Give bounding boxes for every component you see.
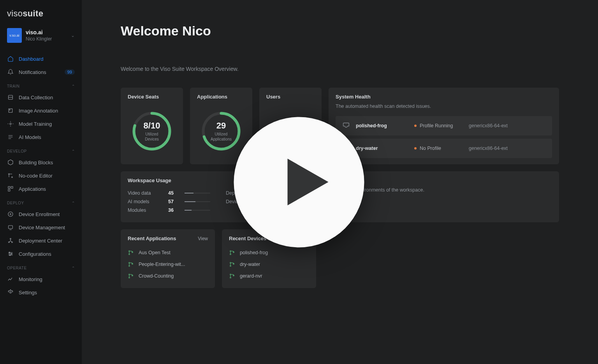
editor-icon	[7, 172, 14, 179]
status-dot-icon	[414, 147, 417, 149]
card-title: Recent Devices	[229, 236, 266, 241]
sidebar-item-device-management[interactable]: Device Management	[0, 221, 82, 234]
view-all-link[interactable]: View	[198, 236, 208, 241]
devices-icon	[7, 224, 14, 231]
page-title: Welcome Nico	[121, 23, 559, 39]
enrollment-icon	[7, 211, 14, 218]
health-ext: genericx86-64-ext	[469, 146, 546, 151]
svg-point-19	[10, 292, 11, 293]
card-system-health: System Health The automated health scan …	[329, 88, 559, 164]
section-heading-train[interactable]: TRAIN⌃	[0, 82, 82, 91]
svg-point-6	[12, 177, 13, 178]
card-title: Device Seats	[128, 94, 176, 100]
health-name: dry-water	[356, 146, 414, 151]
sidebar-item-deployment-center[interactable]: Deployment Center	[0, 234, 82, 247]
chevron-down-icon: ⌄	[71, 33, 75, 38]
branch-icon	[229, 273, 235, 279]
sidebar-item-notifications[interactable]: Notifications 99	[0, 65, 82, 79]
annotation-icon	[7, 107, 14, 114]
svg-rect-8	[11, 186, 13, 188]
monitoring-icon	[7, 276, 14, 283]
svg-point-25	[129, 254, 130, 255]
sidebar-item-settings[interactable]: Settings	[0, 286, 82, 299]
workspace-user: Nico Klingler	[26, 36, 67, 42]
svg-point-33	[230, 251, 231, 252]
sidebar: visosuite v.so.ai viso.ai Nico Klingler …	[0, 0, 82, 364]
branch-icon	[229, 261, 235, 267]
card-device-seats: Device Seats 8/10UtilizedDevices	[121, 88, 183, 164]
card-title: System Health	[336, 94, 552, 100]
svg-point-5	[9, 174, 10, 175]
workspace-avatar: v.so.ai	[7, 28, 22, 43]
svg-point-3	[9, 109, 10, 110]
list-item[interactable]: Aus Open Test	[128, 247, 208, 258]
svg-point-31	[129, 277, 130, 278]
svg-point-37	[230, 266, 231, 267]
card-title: Applications	[197, 94, 245, 100]
sidebar-item-dashboard[interactable]: Dashboard	[0, 52, 82, 65]
gear-icon	[7, 289, 14, 296]
chevron-up-icon: ⌃	[72, 201, 75, 205]
status-dot-icon	[414, 125, 417, 127]
sidebar-item-building-blocks[interactable]: Building Blocks	[0, 156, 82, 169]
chevron-up-icon: ⌃	[72, 84, 75, 88]
health-row[interactable]: dry-water No Profile genericx86-64-ext	[336, 139, 552, 158]
list-item[interactable]: gerard-nvr	[229, 270, 309, 282]
svg-point-40	[230, 277, 231, 278]
deployment-icon	[7, 237, 14, 244]
models-icon	[7, 134, 14, 141]
bell-icon	[7, 69, 14, 76]
sidebar-item-model-training[interactable]: Model Training	[0, 117, 82, 130]
svg-rect-2	[9, 109, 12, 112]
card-title: Users	[266, 94, 315, 100]
section-heading-operate[interactable]: OPERATE⌃	[0, 264, 82, 273]
list-item[interactable]: polished-frog	[229, 247, 309, 258]
home-icon	[7, 55, 14, 62]
play-video-button[interactable]	[234, 117, 364, 247]
usage-row: Modules36	[128, 207, 210, 213]
branch-icon	[128, 273, 134, 279]
branch-icon	[128, 250, 134, 256]
card-title: Recent Applications	[128, 236, 176, 241]
card-recent-applications: Recent Applications View Aus Open Test P…	[121, 229, 215, 288]
sidebar-item-nocode-editor[interactable]: No-code Editor	[0, 169, 82, 182]
inbox-icon	[342, 121, 350, 130]
sidebar-item-monitoring[interactable]: Monitoring	[0, 273, 82, 286]
branch-icon	[229, 250, 235, 256]
brand-logo: visosuite	[0, 9, 82, 26]
usage-row: Video data45	[128, 190, 210, 196]
svg-point-24	[129, 251, 130, 252]
chevron-up-icon: ⌃	[72, 266, 75, 270]
donut-device-seats: 8/10UtilizedDevices	[130, 110, 173, 153]
svg-point-13	[10, 238, 11, 239]
workspace-switcher[interactable]: v.so.ai viso.ai Nico Klingler ⌄	[0, 26, 82, 49]
svg-rect-11	[9, 225, 13, 229]
health-ext: genericx86-64-ext	[469, 123, 546, 128]
sidebar-item-applications[interactable]: Applications	[0, 182, 82, 195]
branch-icon	[128, 261, 134, 267]
list-item[interactable]: Crowd-Counting	[128, 270, 208, 282]
card-subtitle: The automated health scan detected issue…	[336, 104, 552, 109]
svg-rect-9	[8, 189, 10, 191]
section-heading-develop[interactable]: DEVELOP⌃	[0, 147, 82, 156]
donut-applications: 29UtilizedApplications	[200, 110, 243, 153]
svg-point-39	[230, 274, 231, 275]
svg-point-27	[129, 262, 130, 264]
svg-point-4	[10, 123, 11, 125]
svg-point-28	[129, 266, 130, 267]
sidebar-item-data-collection[interactable]: Data Collection	[0, 91, 82, 104]
sidebar-item-device-enrollment[interactable]: Device Enrollment	[0, 207, 82, 221]
health-row[interactable]: polished-frog Profile Running genericx86…	[336, 116, 552, 135]
svg-marker-42	[287, 159, 328, 206]
notifications-badge: 99	[65, 69, 75, 75]
sidebar-item-configurations[interactable]: Configurations	[0, 247, 82, 260]
list-item[interactable]: People-Entering-wit...	[128, 258, 208, 270]
sidebar-item-ai-models[interactable]: AI Models	[0, 130, 82, 144]
usage-row: AI models57	[128, 199, 210, 204]
section-heading-deploy[interactable]: DEPLOY⌃	[0, 199, 82, 207]
health-name: polished-frog	[356, 123, 414, 128]
list-item[interactable]: dry-water	[229, 258, 309, 270]
sidebar-item-image-annotation[interactable]: Image Annotation	[0, 104, 82, 117]
svg-point-34	[230, 254, 231, 255]
svg-point-30	[129, 274, 130, 275]
